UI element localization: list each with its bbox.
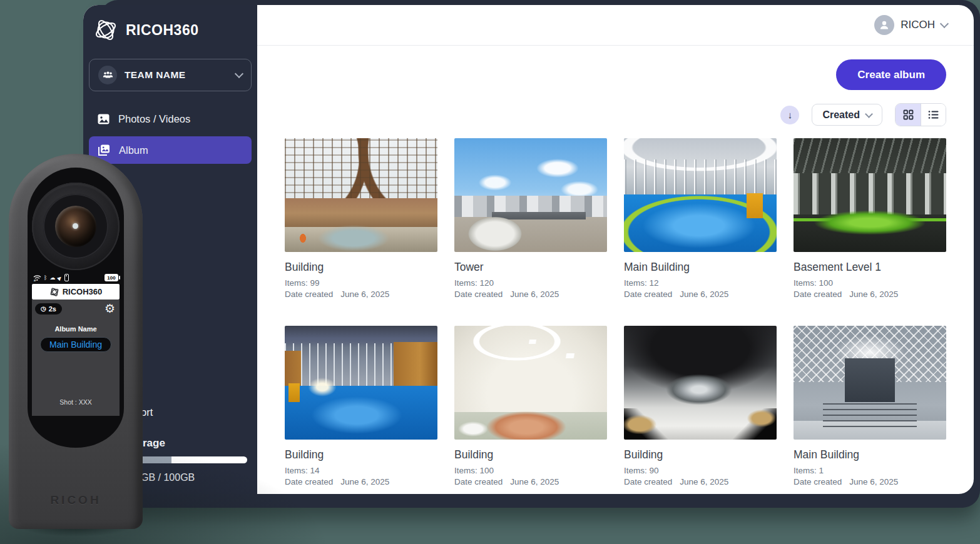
camera-lens (32, 183, 120, 270)
camera-lens-highlight (73, 223, 78, 229)
album-card[interactable]: Building Items: 99 Date createdJune 6, 2… (285, 138, 437, 300)
album-card[interactable]: Tower Items: 120 Date createdJune 6, 202… (454, 138, 607, 300)
chevron-down-icon[interactable] (940, 19, 949, 28)
camera-lens-glass (55, 206, 96, 247)
album-title: Building (624, 448, 777, 461)
date-created-value: June 6, 2025 (849, 476, 898, 487)
team-name: TEAM NAME (125, 69, 228, 81)
photos-icon (97, 113, 110, 126)
album-items-count: Items: 100 (794, 278, 946, 288)
storage-heading-partial: rage (143, 437, 165, 450)
camera-shot-count: Shot : XXX (32, 398, 120, 406)
sidebar-item-label: Photos / Videos (118, 113, 190, 125)
user-name: RICOH (901, 19, 935, 31)
team-icon (98, 66, 117, 84)
album-thumbnail[interactable] (794, 138, 946, 252)
sort-by-label: Created (822, 109, 860, 121)
date-created-value: June 6, 2025 (340, 289, 389, 300)
album-grid: Building Items: 99 Date createdJune 6, 2… (285, 138, 946, 487)
sort-controls: ↓ Created (285, 104, 946, 126)
gear-icon: ⚙ (105, 303, 115, 315)
camera-brand-text: RICOH (9, 493, 143, 507)
camera-album-name-label: Album Name (32, 325, 120, 333)
album-thumbnail[interactable] (285, 138, 437, 252)
album-items-count: Items: 100 (454, 465, 607, 476)
team-selector[interactable]: TEAM NAME (89, 59, 252, 91)
sidebar-item-photos-videos[interactable]: Photos / Videos (89, 105, 252, 133)
camera-statusbar: AP ᛒ ☁ ▶ 100 (32, 273, 120, 282)
brand-logo-text: RICOH360 (126, 22, 198, 39)
date-created-label: Date created (794, 289, 842, 300)
list-icon (928, 110, 939, 119)
album-items-count: Items: 14 (285, 465, 437, 476)
camera-album-name-value: Main Building (40, 337, 111, 352)
chevron-down-icon (235, 69, 243, 78)
album-thumbnail[interactable] (454, 138, 607, 252)
album-card[interactable]: Main Building Items: 1 Date createdJune … (794, 326, 946, 487)
album-items-count: Items: 12 (624, 278, 777, 288)
camera-screen-panel: ◷ 2s ⚙ Album Name Main Building Shot : X… (32, 300, 120, 416)
date-created-label: Date created (285, 289, 333, 300)
date-created-value: June 6, 2025 (680, 476, 728, 487)
date-created-value: June 6, 2025 (510, 476, 559, 487)
album-thumbnail[interactable] (624, 326, 777, 440)
main-area: RICOH Create album ↓ Created (257, 5, 974, 494)
camera-body: AP ᛒ ☁ ▶ 100 RICOH360 (9, 154, 143, 529)
date-created-label: Date created (454, 289, 503, 300)
album-items-count: Items: 99 (285, 278, 437, 288)
date-created-label: Date created (624, 476, 672, 487)
chevron-down-icon (865, 110, 873, 118)
bluetooth-icon: ᛒ (44, 275, 47, 281)
storage-usage-text-partial: GB / 100GB (141, 472, 195, 483)
camera-screen: AP ᛒ ☁ ▶ 100 RICOH360 (32, 273, 120, 416)
album-title: Building (285, 448, 437, 461)
album-card[interactable]: Building Items: 14 Date createdJune 6, 2… (285, 326, 437, 487)
view-mode-toggle (895, 103, 946, 126)
date-created-label: Date created (285, 476, 333, 487)
cloud-icon: ☁ (49, 275, 55, 281)
timer-icon: ◷ (41, 305, 46, 312)
sort-direction-button[interactable]: ↓ (780, 106, 799, 124)
album-title: Building (285, 260, 437, 274)
date-created-value: June 6, 2025 (340, 476, 389, 487)
camera-lens-ring (43, 194, 108, 259)
album-thumbnail[interactable] (454, 326, 607, 440)
album-items-count: Items: 90 (624, 465, 777, 476)
list-view-button[interactable] (921, 104, 946, 126)
album-thumbnail[interactable] (794, 326, 946, 440)
brand-logo: RICOH360 (83, 5, 257, 43)
app-window: RICOH360 TEAM NAME (83, 5, 974, 494)
album-card[interactable]: Basement Level 1 Items: 100 Date created… (794, 138, 946, 300)
album-thumbnail[interactable] (285, 326, 437, 440)
album-thumbnail[interactable] (624, 138, 777, 252)
ricoh360-logo-icon (49, 287, 59, 297)
user-avatar[interactable] (874, 15, 894, 35)
album-card[interactable]: Building Items: 90 Date createdJune 6, 2… (624, 326, 777, 487)
album-title: Tower (454, 260, 607, 274)
timer-badge: ◷ 2s (35, 303, 62, 315)
album-title: Building (454, 448, 607, 461)
album-card[interactable]: Building Items: 100 Date createdJune 6, … (454, 326, 607, 487)
date-created-value: June 6, 2025 (680, 289, 728, 300)
svg-text:AP: AP (34, 280, 37, 281)
date-created-value: June 6, 2025 (849, 289, 898, 300)
album-title: Main Building (794, 448, 946, 461)
date-created-label: Date created (794, 476, 842, 487)
date-created-label: Date created (454, 476, 503, 487)
album-page: Create album ↓ Created (257, 46, 974, 494)
sort-by-dropdown[interactable]: Created (812, 104, 882, 126)
topbar: RICOH (257, 5, 974, 46)
album-items-count: Items: 1 (794, 465, 946, 476)
remote-icon (64, 274, 69, 281)
album-title: Basement Level 1 (794, 260, 946, 274)
ricoh360-logo-icon (93, 18, 118, 43)
album-card[interactable]: Main Building Items: 12 Date createdJune… (624, 138, 777, 300)
camera-screen-logo-text: RICOH360 (63, 287, 103, 296)
person-icon (879, 19, 890, 31)
date-created-value: June 6, 2025 (510, 289, 559, 300)
camera-screen-logobar: RICOH360 (32, 284, 120, 300)
create-album-button[interactable]: Create album (836, 59, 946, 90)
arrow-down-icon: ↓ (788, 109, 793, 120)
grid-view-button[interactable] (896, 104, 921, 126)
camera-device: AP ᛒ ☁ ▶ 100 RICOH360 (9, 154, 143, 529)
